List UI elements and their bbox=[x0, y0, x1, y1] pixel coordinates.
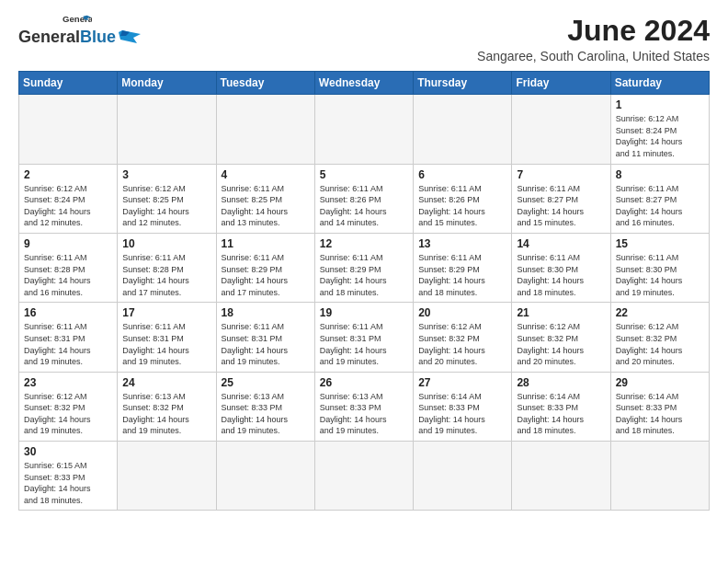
day-info: Sunrise: 6:15 AM Sunset: 8:33 PM Dayligh… bbox=[24, 460, 112, 506]
day-info: Sunrise: 6:11 AM Sunset: 8:26 PM Dayligh… bbox=[320, 183, 408, 229]
day-number: 26 bbox=[320, 376, 408, 389]
calendar-cell bbox=[216, 442, 314, 511]
day-info: Sunrise: 6:11 AM Sunset: 8:29 PM Dayligh… bbox=[320, 252, 408, 298]
calendar-cell: 24Sunrise: 6:13 AM Sunset: 8:32 PM Dayli… bbox=[118, 372, 216, 441]
day-info: Sunrise: 6:11 AM Sunset: 8:28 PM Dayligh… bbox=[24, 252, 112, 298]
day-info: Sunrise: 6:11 AM Sunset: 8:30 PM Dayligh… bbox=[616, 252, 704, 298]
day-number: 28 bbox=[517, 376, 605, 389]
calendar-cell: 15Sunrise: 6:11 AM Sunset: 8:30 PM Dayli… bbox=[610, 233, 709, 302]
calendar-table: SundayMondayTuesdayWednesdayThursdayFrid… bbox=[18, 71, 710, 511]
calendar-week-5: 30Sunrise: 6:15 AM Sunset: 8:33 PM Dayli… bbox=[19, 442, 710, 511]
calendar-cell: 20Sunrise: 6:12 AM Sunset: 8:32 PM Dayli… bbox=[414, 303, 512, 372]
calendar-week-3: 16Sunrise: 6:11 AM Sunset: 8:31 PM Dayli… bbox=[19, 303, 710, 372]
day-number: 19 bbox=[320, 306, 408, 319]
calendar-cell: 8Sunrise: 6:11 AM Sunset: 8:27 PM Daylig… bbox=[610, 164, 709, 233]
day-info: Sunrise: 6:11 AM Sunset: 8:29 PM Dayligh… bbox=[418, 252, 506, 298]
calendar-week-4: 23Sunrise: 6:12 AM Sunset: 8:32 PM Dayli… bbox=[19, 372, 710, 441]
calendar-cell: 6Sunrise: 6:11 AM Sunset: 8:26 PM Daylig… bbox=[414, 164, 512, 233]
day-info: Sunrise: 6:13 AM Sunset: 8:32 PM Dayligh… bbox=[122, 391, 210, 437]
day-number: 25 bbox=[222, 376, 310, 389]
calendar-cell bbox=[414, 442, 512, 511]
day-info: Sunrise: 6:11 AM Sunset: 8:30 PM Dayligh… bbox=[517, 252, 605, 298]
day-number: 4 bbox=[222, 168, 310, 181]
calendar-header-row: SundayMondayTuesdayWednesdayThursdayFrid… bbox=[19, 72, 710, 95]
header-friday: Friday bbox=[512, 72, 610, 95]
calendar-cell bbox=[118, 442, 216, 511]
calendar-cell: 22Sunrise: 6:12 AM Sunset: 8:32 PM Dayli… bbox=[610, 303, 709, 372]
day-info: Sunrise: 6:12 AM Sunset: 8:24 PM Dayligh… bbox=[616, 113, 704, 159]
calendar-cell bbox=[414, 95, 512, 164]
day-number: 6 bbox=[418, 168, 506, 181]
day-number: 17 bbox=[122, 306, 210, 319]
calendar-cell: 2Sunrise: 6:12 AM Sunset: 8:24 PM Daylig… bbox=[19, 164, 118, 233]
logo-blue-text: Blue bbox=[80, 28, 116, 47]
month-title: June 2024 bbox=[477, 15, 710, 47]
day-number: 23 bbox=[24, 376, 112, 389]
calendar-cell: 26Sunrise: 6:13 AM Sunset: 8:33 PM Dayli… bbox=[314, 372, 413, 441]
calendar-cell: 12Sunrise: 6:11 AM Sunset: 8:29 PM Dayli… bbox=[314, 233, 413, 302]
day-number: 8 bbox=[616, 168, 704, 181]
day-number: 3 bbox=[122, 168, 210, 181]
day-number: 21 bbox=[517, 306, 605, 319]
calendar-cell: 16Sunrise: 6:11 AM Sunset: 8:31 PM Dayli… bbox=[19, 303, 118, 372]
calendar-cell bbox=[19, 95, 118, 164]
logo-general-text: General bbox=[18, 28, 80, 47]
calendar-cell: 10Sunrise: 6:11 AM Sunset: 8:28 PM Dayli… bbox=[118, 233, 216, 302]
day-info: Sunrise: 6:12 AM Sunset: 8:32 PM Dayligh… bbox=[517, 321, 605, 367]
calendar-cell: 21Sunrise: 6:12 AM Sunset: 8:32 PM Dayli… bbox=[512, 303, 610, 372]
day-number: 16 bbox=[24, 306, 112, 319]
day-info: Sunrise: 6:11 AM Sunset: 8:29 PM Dayligh… bbox=[222, 252, 310, 298]
day-info: Sunrise: 6:11 AM Sunset: 8:27 PM Dayligh… bbox=[517, 183, 605, 229]
calendar-week-1: 2Sunrise: 6:12 AM Sunset: 8:24 PM Daylig… bbox=[19, 164, 710, 233]
header-saturday: Saturday bbox=[610, 72, 709, 95]
day-number: 11 bbox=[222, 237, 310, 250]
calendar-cell bbox=[512, 442, 610, 511]
calendar-cell: 29Sunrise: 6:14 AM Sunset: 8:33 PM Dayli… bbox=[610, 372, 709, 441]
day-info: Sunrise: 6:11 AM Sunset: 8:31 PM Dayligh… bbox=[320, 321, 408, 367]
day-info: Sunrise: 6:11 AM Sunset: 8:27 PM Dayligh… bbox=[616, 183, 704, 229]
day-number: 24 bbox=[122, 376, 210, 389]
calendar-cell: 18Sunrise: 6:11 AM Sunset: 8:31 PM Dayli… bbox=[216, 303, 314, 372]
calendar-cell: 7Sunrise: 6:11 AM Sunset: 8:27 PM Daylig… bbox=[512, 164, 610, 233]
day-number: 30 bbox=[24, 445, 112, 458]
day-number: 10 bbox=[122, 237, 210, 250]
calendar-week-0: 1Sunrise: 6:12 AM Sunset: 8:24 PM Daylig… bbox=[19, 95, 710, 164]
calendar-cell: 5Sunrise: 6:11 AM Sunset: 8:26 PM Daylig… bbox=[314, 164, 413, 233]
calendar-cell: 1Sunrise: 6:12 AM Sunset: 8:24 PM Daylig… bbox=[610, 95, 709, 164]
location-title: Sangaree, South Carolina, United States bbox=[477, 49, 710, 63]
day-info: Sunrise: 6:11 AM Sunset: 8:31 PM Dayligh… bbox=[122, 321, 210, 367]
calendar-cell: 25Sunrise: 6:13 AM Sunset: 8:33 PM Dayli… bbox=[216, 372, 314, 441]
calendar-cell: 4Sunrise: 6:11 AM Sunset: 8:25 PM Daylig… bbox=[216, 164, 314, 233]
day-info: Sunrise: 6:11 AM Sunset: 8:28 PM Dayligh… bbox=[122, 252, 210, 298]
day-number: 5 bbox=[320, 168, 408, 181]
day-info: Sunrise: 6:14 AM Sunset: 8:33 PM Dayligh… bbox=[517, 391, 605, 437]
calendar-cell: 19Sunrise: 6:11 AM Sunset: 8:31 PM Dayli… bbox=[314, 303, 413, 372]
day-info: Sunrise: 6:11 AM Sunset: 8:25 PM Dayligh… bbox=[222, 183, 310, 229]
day-info: Sunrise: 6:12 AM Sunset: 8:32 PM Dayligh… bbox=[24, 391, 112, 437]
calendar-cell bbox=[512, 95, 610, 164]
day-number: 15 bbox=[616, 237, 704, 250]
day-number: 7 bbox=[517, 168, 605, 181]
day-number: 18 bbox=[222, 306, 310, 319]
day-number: 13 bbox=[418, 237, 506, 250]
calendar-cell bbox=[314, 95, 413, 164]
day-number: 1 bbox=[616, 98, 704, 111]
logo: General General Blue bbox=[18, 15, 142, 47]
header-thursday: Thursday bbox=[414, 72, 512, 95]
header-wednesday: Wednesday bbox=[314, 72, 413, 95]
calendar-cell: 3Sunrise: 6:12 AM Sunset: 8:25 PM Daylig… bbox=[118, 164, 216, 233]
day-info: Sunrise: 6:11 AM Sunset: 8:26 PM Dayligh… bbox=[418, 183, 506, 229]
calendar-cell: 30Sunrise: 6:15 AM Sunset: 8:33 PM Dayli… bbox=[19, 442, 118, 511]
day-number: 9 bbox=[24, 237, 112, 250]
day-info: Sunrise: 6:12 AM Sunset: 8:32 PM Dayligh… bbox=[418, 321, 506, 367]
calendar-cell: 9Sunrise: 6:11 AM Sunset: 8:28 PM Daylig… bbox=[19, 233, 118, 302]
day-info: Sunrise: 6:12 AM Sunset: 8:24 PM Dayligh… bbox=[24, 183, 112, 229]
day-info: Sunrise: 6:14 AM Sunset: 8:33 PM Dayligh… bbox=[616, 391, 704, 437]
day-info: Sunrise: 6:12 AM Sunset: 8:25 PM Dayligh… bbox=[122, 183, 210, 229]
day-number: 29 bbox=[616, 376, 704, 389]
calendar-cell: 11Sunrise: 6:11 AM Sunset: 8:29 PM Dayli… bbox=[216, 233, 314, 302]
header-sunday: Sunday bbox=[19, 72, 118, 95]
day-info: Sunrise: 6:11 AM Sunset: 8:31 PM Dayligh… bbox=[222, 321, 310, 367]
calendar-cell bbox=[610, 442, 709, 511]
calendar-cell: 17Sunrise: 6:11 AM Sunset: 8:31 PM Dayli… bbox=[118, 303, 216, 372]
